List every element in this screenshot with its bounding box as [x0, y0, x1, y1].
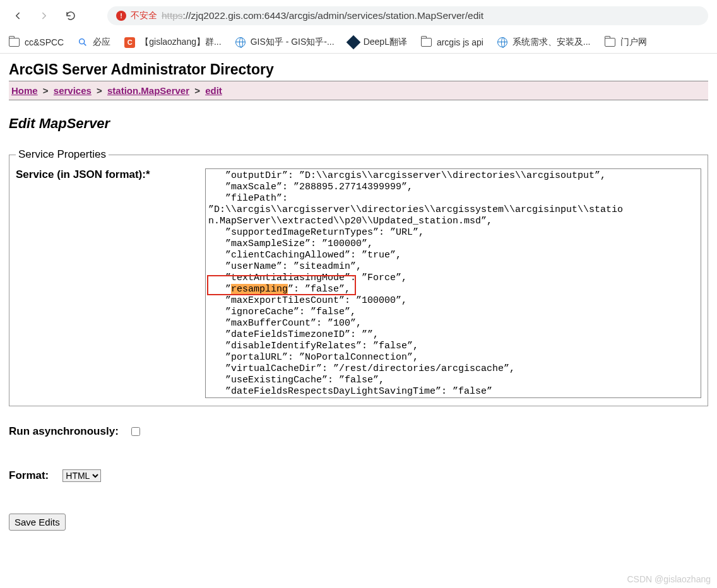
c-icon: C — [124, 37, 135, 48]
breadcrumb-separator: > — [192, 85, 203, 96]
breadcrumb-link[interactable]: edit — [205, 85, 222, 96]
bookmarks-bar: cc&SPCC必应C【gislaozhang】群...GIS知乎 - GIS知乎… — [0, 32, 717, 53]
bookmark-label: 必应 — [93, 37, 110, 48]
globe-icon — [497, 37, 507, 47]
format-row: Format: HTML — [9, 469, 708, 482]
page-title: ArcGIS Server Administrator Directory — [9, 61, 708, 78]
json-label: Service (in JSON format):* — [16, 168, 199, 181]
service-properties-fieldset: Service Properties Service (in JSON form… — [9, 148, 708, 406]
globe-icon — [235, 37, 246, 47]
bookmark-label: 【gislaozhang】群... — [140, 37, 221, 48]
folder-icon — [9, 38, 20, 47]
bookmark-item[interactable]: DeepL翻译 — [348, 37, 407, 48]
page-heading: Edit MapServer — [9, 115, 708, 132]
page-content: ArcGIS Server Administrator Directory Ho… — [0, 54, 717, 538]
bookmark-item[interactable]: cc&SPCC — [9, 37, 64, 47]
watermark: CSDN @gislaozhang — [627, 574, 711, 584]
bookmark-label: GIS知乎 - GIS知乎-... — [251, 37, 335, 48]
folder-icon — [421, 38, 432, 47]
folder-icon — [605, 38, 615, 47]
fieldset-legend: Service Properties — [16, 148, 109, 161]
json-text-content[interactable]: ”outputDir”: ”D:\\arcgis\\arcgisserver\\… — [206, 169, 701, 397]
breadcrumb-separator: > — [94, 85, 105, 96]
address-bar[interactable]: ! 不安全 https://zjq2022.gis.com:6443/arcgi… — [107, 6, 708, 25]
search-icon — [78, 37, 88, 47]
breadcrumb-link[interactable]: station.MapServer — [107, 85, 189, 96]
insecure-label: 不安全 — [131, 10, 157, 21]
breadcrumb-link[interactable]: Home — [11, 85, 38, 96]
deepl-icon — [346, 35, 360, 50]
insecure-icon: ! — [116, 11, 126, 21]
bookmark-item[interactable]: 系统需求、安装及... — [497, 37, 591, 48]
breadcrumb-separator: > — [40, 85, 51, 96]
bookmark-label: 门户网 — [620, 37, 647, 48]
json-textarea[interactable]: ”outputDir”: ”D:\\arcgis\\arcgisserver\\… — [205, 168, 701, 398]
reload-button[interactable] — [62, 7, 80, 25]
arrow-right-icon — [39, 10, 50, 21]
bookmark-label: DeepL翻译 — [364, 37, 407, 48]
format-select[interactable]: HTML — [62, 469, 101, 482]
run-async-checkbox[interactable] — [131, 427, 140, 436]
browser-chrome: ! 不安全 https://zjq2022.gis.com:6443/arcgi… — [0, 0, 717, 54]
browser-toolbar: ! 不安全 https://zjq2022.gis.com:6443/arcgi… — [0, 0, 717, 32]
bookmark-label: 系统需求、安装及... — [513, 37, 591, 48]
run-async-row: Run asynchronously: — [9, 425, 708, 438]
highlighted-word: resampling — [231, 284, 288, 295]
bookmark-item[interactable]: arcgis js api — [421, 37, 483, 47]
bookmark-item[interactable]: C【gislaozhang】群... — [124, 37, 221, 48]
reload-icon — [65, 10, 76, 21]
bookmark-item[interactable]: 必应 — [78, 37, 110, 48]
bookmark-label: cc&SPCC — [25, 37, 64, 47]
bookmark-item[interactable]: 门户网 — [605, 37, 647, 48]
bookmark-item[interactable]: GIS知乎 - GIS知乎-... — [235, 37, 335, 48]
save-edits-button[interactable]: Save Edits — [9, 514, 66, 531]
url-text: https://zjq2022.gis.com:6443/arcgis/admi… — [162, 10, 483, 21]
breadcrumb: Home > services > station.MapServer > ed… — [9, 81, 708, 100]
run-async-label: Run asynchronously: — [9, 425, 119, 438]
format-label: Format: — [9, 469, 49, 482]
arrow-left-icon — [12, 10, 23, 21]
svg-point-0 — [80, 39, 85, 44]
bookmark-label: arcgis js api — [437, 37, 483, 47]
forward-button[interactable] — [35, 7, 53, 25]
breadcrumb-link[interactable]: services — [54, 85, 92, 96]
back-button[interactable] — [9, 7, 27, 25]
